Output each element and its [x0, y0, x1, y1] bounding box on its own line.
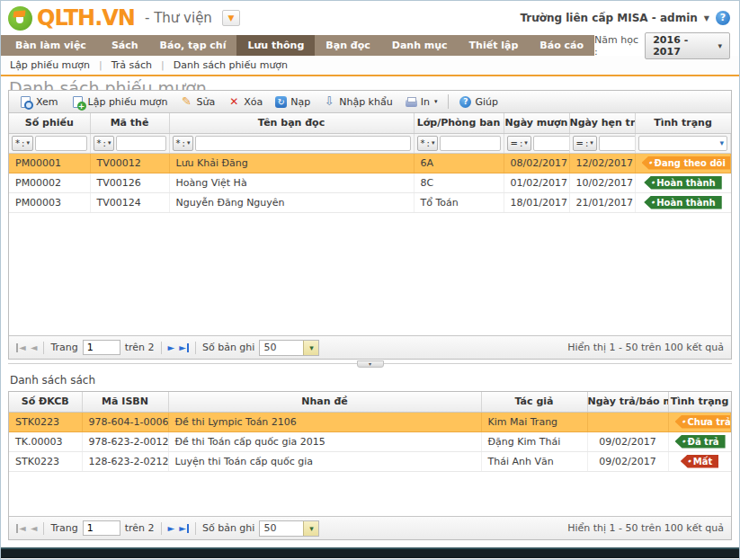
view-button[interactable]: Xem	[14, 94, 63, 110]
table-row[interactable]: TK.00003 978-623-2-00125-7 Đề thi Toán c…	[9, 431, 731, 451]
table-row[interactable]: PM00003 TV00124 Nguyễn Đăng Nguyên Tổ To…	[9, 192, 731, 212]
add-document-icon	[73, 96, 83, 108]
user-caret-icon[interactable]: ▼	[704, 14, 709, 22]
last-page-button[interactable]: ►	[179, 343, 189, 352]
chevron-down-icon: ▾	[524, 139, 528, 147]
next-page-button[interactable]: ►	[168, 524, 175, 533]
col-so-dkcb[interactable]: Số ĐKCB	[9, 392, 82, 412]
previous-page-button[interactable]: ◄	[31, 524, 38, 533]
nav-tab-bao-cao[interactable]: Báo cáo	[529, 35, 594, 56]
table-row[interactable]: STK0223 128-623-2-02125-4 Luyện thi Toán…	[9, 451, 731, 471]
loans-header-row: Số phiếu Mã thẻ Tên bạn đọc Lớp/Phòng ba…	[9, 113, 731, 133]
last-page-button[interactable]: ►	[179, 524, 189, 533]
subnav-danh-sach-phieu-muon[interactable]: Danh sách phiếu mượn	[174, 59, 288, 71]
edit-button[interactable]: ✎ Sửa	[176, 93, 220, 110]
filter-operator-button[interactable]: *:▾	[417, 136, 439, 151]
page-size-select[interactable]: 50 ▾	[259, 340, 319, 356]
print-button[interactable]: In ▾	[401, 94, 442, 110]
filter-operator-button[interactable]: *:▾	[12, 136, 33, 151]
filter-operator-button[interactable]: =:▾	[507, 136, 531, 151]
subnav-lap-phieu-muon[interactable]: Lập phiếu mượn	[10, 59, 90, 71]
filter-ma-the-input[interactable]	[116, 136, 165, 151]
table-row[interactable]: PM00002 TV00126 Hoàng Việt Hà 8C 01/02/2…	[9, 173, 731, 192]
caret-down-icon: ▾	[434, 98, 438, 105]
loans-panel: Xem Lập phiếu mượn ✎ Sửa ✕ Xóa ↻ Nạp ⇩ N…	[8, 90, 732, 360]
toolbar: Xem Lập phiếu mượn ✎ Sửa ✕ Xóa ↻ Nạp ⇩ N…	[9, 91, 731, 113]
page-size-select[interactable]: 50 ▾	[259, 520, 319, 537]
page-count-label: trên 2	[125, 342, 155, 353]
nav-tab-luu-thong[interactable]: Lưu thông	[236, 35, 315, 56]
brand-name: QLTH.VN	[37, 7, 135, 29]
chevron-down-icon: ▾	[303, 341, 318, 355]
filter-operator-button[interactable]: *:▾	[173, 136, 194, 151]
nav-tab-thiet-lap[interactable]: Thiết lập	[459, 35, 530, 56]
col-tinh-trang[interactable]: Tình trạng	[635, 113, 731, 133]
col-ngay-hen-tra[interactable]: Ngày hẹn trả	[569, 113, 635, 133]
page-number-input[interactable]	[83, 520, 120, 536]
filter-ten-ban-doc-input[interactable]	[195, 136, 410, 151]
books-header-row: Số ĐKCB Mã ISBN Nhan đề Tác giả Ngày trả…	[9, 392, 731, 412]
col-tinh-trang[interactable]: Tình trạng	[668, 392, 731, 412]
col-ma-the[interactable]: Mã thẻ	[90, 113, 169, 133]
next-page-button[interactable]: ►	[168, 343, 175, 352]
splitter-handle[interactable]: ▾	[357, 360, 384, 368]
filter-so-phieu-input[interactable]	[35, 136, 87, 151]
col-ma-isbn[interactable]: Mã ISBN	[82, 392, 168, 412]
previous-page-button[interactable]: ◄	[31, 343, 38, 352]
pager-separator	[195, 342, 196, 354]
school-year-label: Năm học :	[594, 34, 639, 58]
help-button[interactable]: ? Giúp	[455, 94, 503, 110]
col-so-phieu[interactable]: Số phiếu	[9, 113, 90, 133]
filter-lop-phong-ban-input[interactable]	[440, 136, 500, 151]
school-year-select[interactable]: 2016 - 2017 ▾	[645, 32, 730, 59]
filter-operator-button[interactable]: =:▾	[573, 136, 597, 151]
results-summary: Hiển thị 1 - 50 trên 100 kết quả	[567, 342, 724, 353]
col-ten-ban-doc[interactable]: Tên bạn đọc	[169, 113, 414, 133]
nav-tab-bao-tap-chi[interactable]: Báo, tạp chí	[149, 35, 237, 56]
chevron-down-icon: ▾	[432, 139, 435, 147]
filter-ngay-hen-tra-input[interactable]	[599, 136, 635, 151]
col-ngay-muon[interactable]: Ngày mượn	[504, 113, 569, 133]
subnav-tra-sach[interactable]: Trả sách	[111, 59, 152, 71]
logo-icon	[8, 6, 32, 31]
page-label: Trang	[50, 342, 77, 353]
chevron-down-icon: ▾	[719, 138, 724, 147]
results-summary: Hiển thị 1 - 50 trên 100 kết quả	[567, 522, 724, 534]
module-switcher-button[interactable]: ▼	[222, 10, 240, 26]
caret-down-icon: ▼	[227, 13, 234, 22]
refresh-button[interactable]: ↻ Nạp	[271, 94, 315, 110]
col-ngay-tra-bao-mat[interactable]: Ngày trả/báo mất	[587, 392, 668, 412]
books-section-title: Danh sách sách	[1, 369, 739, 391]
table-row[interactable]: PM00001 TV00012 Lưu Khải Đăng 6A 08/02/2…	[9, 153, 731, 173]
chevron-down-icon: ▾	[26, 139, 30, 147]
chevron-down-icon: ▾	[303, 521, 318, 536]
pager-separator	[43, 342, 44, 354]
col-nhan-de[interactable]: Nhan đề	[168, 392, 481, 412]
page-number-input[interactable]	[83, 340, 120, 355]
dot-icon: •	[687, 455, 691, 468]
nav-tab-sach[interactable]: Sách	[101, 35, 149, 56]
first-page-button[interactable]: ◄	[16, 343, 26, 352]
create-loan-button[interactable]: Lập phiếu mượn	[67, 94, 173, 110]
dot-icon: •	[650, 176, 655, 190]
subnav-separator: |	[99, 59, 103, 71]
user-menu-label[interactable]: Trường liên cấp MISA - admin	[520, 12, 697, 24]
help-icon[interactable]: ?	[716, 11, 730, 25]
import-button[interactable]: ⇩ Nhập khẩu	[318, 93, 397, 110]
loans-filter-row: *:▾ *:▾ *:▾ *:▾	[9, 133, 731, 153]
col-lop-phong-ban[interactable]: Lớp/Phòng ban	[414, 113, 504, 133]
filter-operator-button[interactable]: *:▾	[94, 136, 115, 151]
delete-button[interactable]: ✕ Xóa	[223, 93, 267, 110]
nav-tab-danh-muc[interactable]: Danh mục	[381, 35, 459, 56]
sub-navigation: Lập phiếu mượn | Trả sách | Danh sách ph…	[1, 56, 739, 76]
table-row[interactable]: STK0223 978-604-1-00069-8 Đề thi Lympic …	[9, 412, 731, 431]
filter-tinh-trang-select[interactable]: ▾	[638, 136, 728, 151]
grid-empty-area	[9, 213, 731, 336]
filter-ngay-muon-input[interactable]	[533, 136, 569, 151]
nav-tab-ban-doc[interactable]: Bạn đọc	[315, 35, 380, 56]
first-page-button[interactable]: ◄	[16, 524, 26, 533]
col-tac-gia[interactable]: Tác giả	[481, 392, 587, 412]
nav-tab-ban-lam-viec[interactable]: Bàn làm việc	[1, 35, 101, 56]
import-icon: ⇩	[323, 95, 335, 108]
page-size-label: Số bản ghi	[202, 342, 254, 353]
